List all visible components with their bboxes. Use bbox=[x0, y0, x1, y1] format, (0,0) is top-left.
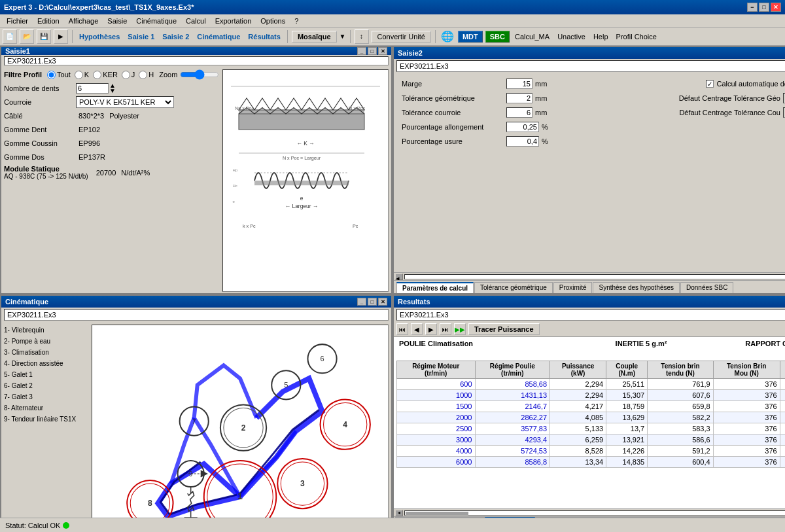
toolbar-saisie1[interactable]: Saisie 1 bbox=[125, 31, 157, 42]
radio-j[interactable]: J bbox=[122, 71, 135, 79]
open-btn[interactable]: 📂 bbox=[20, 29, 34, 44]
menu-fichier[interactable]: Fichier bbox=[3, 16, 32, 26]
tolerance-geo-input[interactable] bbox=[506, 93, 532, 103]
cinematique-min[interactable]: _ bbox=[357, 298, 366, 306]
menu-help[interactable]: ? bbox=[290, 16, 302, 26]
td-376-5: 376 bbox=[713, 423, 780, 434]
marge-label: Marge bbox=[402, 80, 506, 88]
tab-synthese-hypotheses[interactable]: Synthèse des hypothèses bbox=[593, 282, 680, 293]
toolbar-cinematique[interactable]: Cinématique bbox=[194, 31, 243, 42]
svg-text:Np x Poc: Np x Poc bbox=[235, 105, 254, 111]
toolbar-unactive[interactable]: Unactive bbox=[557, 33, 585, 41]
toolbar-profil[interactable]: Profil Choice bbox=[616, 33, 657, 41]
menu-edition[interactable]: Edition bbox=[33, 16, 63, 26]
zoom-slider[interactable] bbox=[180, 69, 219, 80]
menu-saisie[interactable]: Saisie bbox=[103, 16, 131, 26]
toolbar-mosaique[interactable]: Mosaïque bbox=[292, 31, 337, 43]
scroll-left-btn[interactable]: ◂ bbox=[395, 274, 403, 280]
calcul-auto-checkbox[interactable]: ✓ bbox=[706, 80, 714, 88]
td-376-4: 376 bbox=[713, 412, 780, 423]
pourcentage-usure-input[interactable] bbox=[506, 136, 539, 147]
spindown[interactable]: ▼ bbox=[109, 88, 116, 94]
cable-row: Câblé 830*2*3 Polyester bbox=[4, 110, 220, 122]
tolerance-geo-unit: mm bbox=[535, 94, 551, 102]
cinematique-controls: _ □ ✕ bbox=[357, 298, 387, 306]
tolerance-cou-input[interactable] bbox=[506, 107, 532, 118]
hscroll-track[interactable] bbox=[404, 510, 785, 516]
menu-bar: Fichier Edition Affichage Saisie Cinémat… bbox=[0, 14, 785, 27]
toolbar-arrow[interactable]: ↕ bbox=[355, 29, 369, 44]
svg-text:N x Poc = Largeur: N x Poc = Largeur bbox=[283, 155, 321, 161]
calcul-auto-label: Calcul automatique des tolérances bbox=[716, 80, 785, 88]
nombre-dents-input[interactable] bbox=[76, 83, 109, 94]
menu-calcul[interactable]: Calcul bbox=[182, 16, 210, 26]
menu-affichage[interactable]: Affichage bbox=[65, 16, 103, 26]
save-btn[interactable]: 💾 bbox=[37, 29, 51, 44]
cinematique-max[interactable]: □ bbox=[368, 298, 377, 306]
minimize-btn[interactable]: − bbox=[747, 3, 758, 12]
td-8723: 872,3 bbox=[780, 412, 785, 423]
scroll-track-h[interactable] bbox=[404, 274, 785, 279]
tab-parametres-calcul[interactable]: Paramètres de calcul bbox=[396, 282, 474, 293]
tab-donnees-sbc[interactable]: Données SBC bbox=[680, 282, 733, 293]
saisie2-title-bar: Saisie2 _ □ ✕ bbox=[394, 47, 785, 59]
menu-cinematique[interactable]: Cinématique bbox=[132, 16, 181, 26]
td-600: 600 bbox=[397, 379, 476, 390]
status-bar: Statut: Calcul OK bbox=[0, 518, 785, 532]
saisie1-close[interactable]: ✕ bbox=[378, 47, 387, 55]
toolbar-calcul-ma[interactable]: Calcul_MA bbox=[515, 33, 550, 41]
separator1 bbox=[72, 30, 73, 43]
radio-h[interactable]: H bbox=[139, 71, 154, 79]
module-statique-value: 20700 bbox=[94, 169, 119, 177]
results-table-container: Régime Moteur(tr/min) Régime Poulie(tr/m… bbox=[394, 358, 785, 508]
radio-k[interactable]: K bbox=[75, 71, 89, 79]
toolbar-hypotheses[interactable]: Hypothèses bbox=[77, 31, 122, 42]
toolbar-mdt[interactable]: MDT bbox=[458, 31, 483, 43]
cinematique-close[interactable]: ✕ bbox=[378, 298, 387, 306]
routing-svg: 1 2 3 4 5 bbox=[92, 325, 388, 532]
maximize-btn[interactable]: □ bbox=[759, 3, 769, 12]
tab-tolerance-geometrique[interactable]: Tolérance géométrique bbox=[474, 282, 553, 293]
td-2294-1: 2,294 bbox=[550, 379, 606, 390]
saisie1-min[interactable]: _ bbox=[357, 47, 366, 55]
hscroll-thumb[interactable] bbox=[406, 512, 468, 516]
toolbar-help[interactable]: Help bbox=[593, 33, 608, 41]
saisie1-max[interactable]: □ bbox=[368, 47, 377, 55]
tab-proximite[interactable]: Proximité bbox=[553, 282, 593, 293]
nombre-dents-row: Nombre de dents ▲ ▼ bbox=[4, 82, 220, 94]
saisie1-body: Filtre Profil Tout K KER J bbox=[1, 67, 391, 294]
svg-text:1: 1 bbox=[237, 491, 243, 501]
play-btn[interactable]: ▶ bbox=[54, 29, 68, 44]
nav-prev[interactable]: ◀ bbox=[411, 323, 423, 335]
marge-input[interactable] bbox=[506, 79, 532, 89]
close-btn[interactable]: ✕ bbox=[771, 3, 781, 12]
nav-play[interactable]: ▶▶ bbox=[454, 323, 466, 335]
td-14226: 14,226 bbox=[606, 446, 648, 457]
nav-last[interactable]: ⏭ bbox=[440, 323, 451, 335]
toolbar-resultats[interactable]: Résultats bbox=[245, 31, 283, 42]
courroie-select[interactable]: POLY-V K EK571L KER bbox=[76, 96, 174, 108]
nav-next[interactable]: ▶ bbox=[425, 323, 437, 335]
saisie2-scrollbar[interactable]: ◂ ▸ bbox=[394, 272, 785, 280]
menu-exportation[interactable]: Exportation bbox=[211, 16, 256, 26]
toolbar-convertir[interactable]: Convertir Unité bbox=[372, 31, 431, 43]
tracer-puissance-btn[interactable]: Tracer Puissance bbox=[468, 323, 540, 335]
svg-text:3: 3 bbox=[300, 479, 305, 488]
toolbar-sbc[interactable]: SBC bbox=[485, 31, 510, 43]
td-8895: 889,5 bbox=[780, 457, 785, 468]
radio-tout[interactable]: Tout bbox=[47, 71, 71, 79]
nav-first[interactable]: ⏮ bbox=[396, 323, 408, 335]
results-hscroll[interactable]: ◂ ▸ bbox=[394, 508, 785, 516]
toolbar-saisie2[interactable]: Saisie 2 bbox=[160, 31, 192, 42]
new-btn[interactable]: 📄 bbox=[3, 29, 17, 44]
menu-options[interactable]: Options bbox=[256, 16, 289, 26]
th-regime-moteur: Régime Moteur(tr/min) bbox=[397, 361, 476, 379]
radio-ker[interactable]: KER bbox=[93, 71, 118, 79]
scroll-left[interactable]: ◂ bbox=[395, 510, 403, 516]
table-row: 600 858,68 2,294 25,511 761,9 376 1043,6 bbox=[397, 379, 786, 390]
th-puissance: Puissance(kW) bbox=[550, 361, 606, 379]
td-1431: 1431,13 bbox=[475, 390, 550, 401]
zoom-section: Zoom bbox=[159, 69, 219, 80]
table-row: 6000 8586,8 13,34 14,835 600,4 376 889,5 bbox=[397, 457, 786, 468]
pourcentage-all-input[interactable] bbox=[506, 122, 539, 132]
